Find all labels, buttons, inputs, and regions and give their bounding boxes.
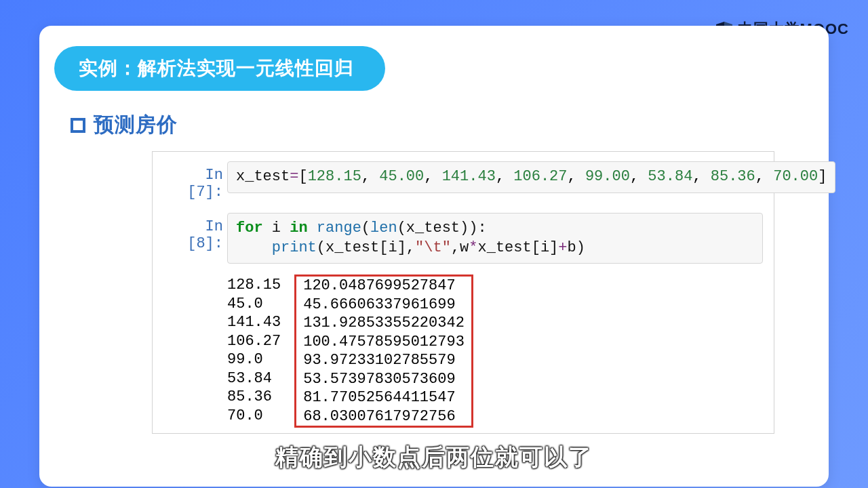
cell-prompt: In [8]: <box>163 213 223 252</box>
slide-title-pill: 实例：解析法实现一元线性回归 <box>54 46 385 91</box>
cell-output: 128.15 45.0 141.43 106.27 99.0 53.84 85.… <box>163 276 763 428</box>
slide-card: 实例：解析法实现一元线性回归 预测房价 In [7]: x_test=[128.… <box>39 26 829 487</box>
output-column-prediction: 120.0487699527847 45.66606337961699 131.… <box>294 274 473 428</box>
section-header: 预测房价 <box>71 111 178 139</box>
code-cell-7: In [7]: x_test=[128.15, 45.00, 141.43, 1… <box>163 161 763 201</box>
video-subtitle: 精确到小数点后两位就可以了 <box>275 442 593 473</box>
cell-prompt: In [7]: <box>163 161 223 201</box>
output-column-x: 128.15 45.0 141.43 106.27 99.0 53.84 85.… <box>227 276 281 428</box>
code-cell-8: In [8]: for i in range(len(x_test)): pri… <box>163 213 763 264</box>
notebook-block: In [7]: x_test=[128.15, 45.00, 141.43, 1… <box>152 151 774 434</box>
code-input: x_test=[128.15, 45.00, 141.43, 106.27, 9… <box>227 161 835 193</box>
square-bullet-icon <box>71 118 85 133</box>
section-title: 预测房价 <box>94 111 178 139</box>
code-input: for i in range(len(x_test)): print(x_tes… <box>227 213 763 264</box>
